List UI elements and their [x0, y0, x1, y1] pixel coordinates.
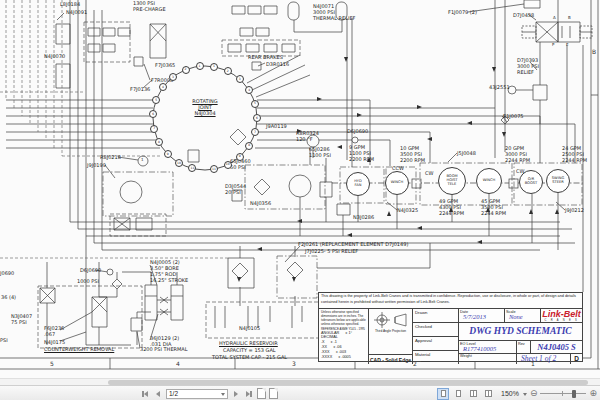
zoom-level-value: 150%	[501, 390, 519, 397]
viewer-toolbar: 1/2 150% ⊖ ⊕	[0, 385, 600, 400]
schematic-label: N3J0407 75 PSI	[11, 313, 32, 325]
schematic-label: N4J0071 3000 PSI THERMAL RELIEF	[313, 3, 356, 21]
flow-arrow	[555, 209, 559, 214]
schematic-label: D3R0116	[266, 61, 289, 67]
pump-circle: HYD FAN	[346, 172, 370, 196]
schematic-label: J7J0225- 5 PSI RELIEF	[305, 248, 358, 254]
material-cell: Material------	[413, 351, 458, 364]
joint-port: 8	[245, 142, 253, 150]
schematic-label: ROTATING JOINT N4J0304	[185, 98, 225, 116]
joint-port: 10	[175, 159, 183, 167]
page-navigation-group: 1/2	[140, 388, 278, 399]
schematic-label: D6J0690	[80, 267, 101, 273]
schematic-label: R8J0218	[100, 154, 121, 160]
flow-arrow	[357, 113, 362, 117]
zoom-slider-tick	[562, 391, 563, 396]
zoom-slider-handle[interactable]	[572, 390, 576, 398]
zone-number: 3	[292, 360, 296, 367]
page-number-input[interactable]: 1/2	[166, 389, 228, 399]
schematic-label: REAR BRAKES	[248, 54, 283, 60]
joint-port: 10	[224, 161, 232, 169]
schematic-label: F1J0079 (2)	[448, 9, 477, 15]
flow-arrow	[486, 207, 490, 212]
flow-arrow	[502, 132, 506, 137]
rev-cell: Rev	[517, 341, 531, 352]
schematic-label: N4J0091	[66, 9, 87, 15]
schematic-label: 20 GPM 3000 PSI 2244 RPM	[505, 145, 530, 163]
flow-arrow	[297, 129, 302, 133]
flow-arrow	[449, 207, 453, 212]
zoom-slider[interactable]	[540, 388, 586, 399]
continuous-view-button[interactable]	[452, 388, 464, 400]
schematic-label: 24 GPM 2500 PSI 2244 RPM	[562, 145, 587, 163]
sheet-number: Sheet 1 of 2	[517, 354, 570, 364]
schematic-label: F2J0261 (REPLACEMENT ELEMENT D7J0149)	[298, 241, 408, 247]
schematic-label: D6J0690	[347, 128, 368, 134]
schematic-label: D7J0438	[513, 12, 534, 18]
flow-arrow	[297, 219, 302, 223]
joint-port: 7	[150, 125, 158, 133]
facing-view-button[interactable]	[467, 388, 479, 400]
zoom-slider-track	[540, 393, 586, 394]
joint-port: 5	[251, 100, 259, 108]
continuous-facing-view-button[interactable]	[482, 388, 494, 400]
pump-circle: O/R BOOST	[519, 170, 543, 194]
pump-circle: SWING STEER	[546, 169, 570, 193]
joint-port: 9	[236, 153, 244, 161]
checked-label: Checked	[413, 323, 458, 337]
drawing-page[interactable]: L8J0184N4J00911300 PSI PRE-CHARGEN4J0070…	[0, 0, 600, 378]
cad-system-label: CAD - Solid Edge	[369, 354, 412, 364]
zoom-in-icon[interactable]: ⊕	[589, 389, 597, 398]
joint-port: 3	[169, 73, 177, 81]
schematic-label: L8J0184	[60, 1, 80, 7]
page-number-value: 1/2	[169, 390, 178, 397]
schematic-label: N4J0325	[397, 207, 418, 213]
sheet-size-letter: D	[570, 354, 582, 364]
flow-arrow	[337, 145, 342, 149]
schematic-label: D7J0393 3000 PSI RELIEF	[517, 57, 539, 75]
next-page-button[interactable]	[231, 388, 241, 399]
date-value: 5/7/2013	[463, 313, 486, 320]
flow-arrow	[347, 233, 352, 237]
tolerance-block: Unless otherwise specified dimensions ar…	[319, 309, 369, 364]
logo-subtext: C R A N E S	[545, 319, 579, 322]
schematic-label: F7J0136	[130, 86, 150, 92]
joint-port: 2	[182, 66, 190, 74]
single-page-view-button[interactable]	[437, 388, 449, 400]
zoom-out-icon[interactable]: ⊖	[530, 389, 538, 398]
drawing-title: DWG HYD SCHEMATIC	[459, 323, 582, 342]
tolerance-intro: Unless otherwise specified dimensions ar…	[321, 310, 367, 326]
schematic-label: J9J0212	[565, 207, 584, 213]
joint-port: 9	[164, 150, 172, 158]
pump-circle: WINCH	[385, 171, 409, 195]
schematic-label: 1	[141, 158, 144, 163]
page-dropdown-caret-icon[interactable]	[221, 393, 225, 398]
schematic-label: J0690	[0, 270, 14, 276]
schematic-label: 43J2551	[489, 84, 510, 90]
next-view-button[interactable]	[269, 388, 278, 399]
schematic-label: J9J0199	[87, 162, 106, 168]
schematic-label: 1000 PSI	[77, 278, 99, 284]
date-cell: Date5/7/2013	[459, 309, 505, 322]
pump-circle: WINCH	[476, 168, 502, 194]
eo-level-value: R177410005	[463, 345, 496, 352]
flow-arrow	[427, 137, 432, 141]
schematic-label: 45 GPM 3500 PSI 2244 RPM	[481, 198, 506, 216]
first-page-button[interactable]	[140, 388, 150, 399]
flow-arrow	[237, 277, 241, 282]
zoom-controls-group: 150% ⊖ ⊕	[437, 388, 597, 399]
flow-arrow	[317, 97, 322, 101]
last-page-button[interactable]	[244, 388, 254, 399]
weight-label: Weight	[460, 354, 472, 358]
schematic-label: N4J0005 (2) 3.50" BORE 1.75" ROD 16.25" …	[150, 259, 188, 283]
flow-arrow	[492, 67, 496, 72]
zoom-dropdown-caret-icon[interactable]	[523, 393, 527, 398]
joint-port: 2	[224, 67, 232, 75]
schematic-label: N4J0105	[239, 325, 260, 331]
flow-arrow	[477, 240, 482, 244]
previous-view-button[interactable]	[257, 388, 266, 399]
previous-page-button[interactable]	[153, 388, 163, 399]
schematic-label: COUNTERWEIGHT REMOVAL	[44, 346, 114, 352]
flow-arrow	[344, 57, 348, 62]
schematic-label: 36 (4)	[1, 294, 16, 300]
